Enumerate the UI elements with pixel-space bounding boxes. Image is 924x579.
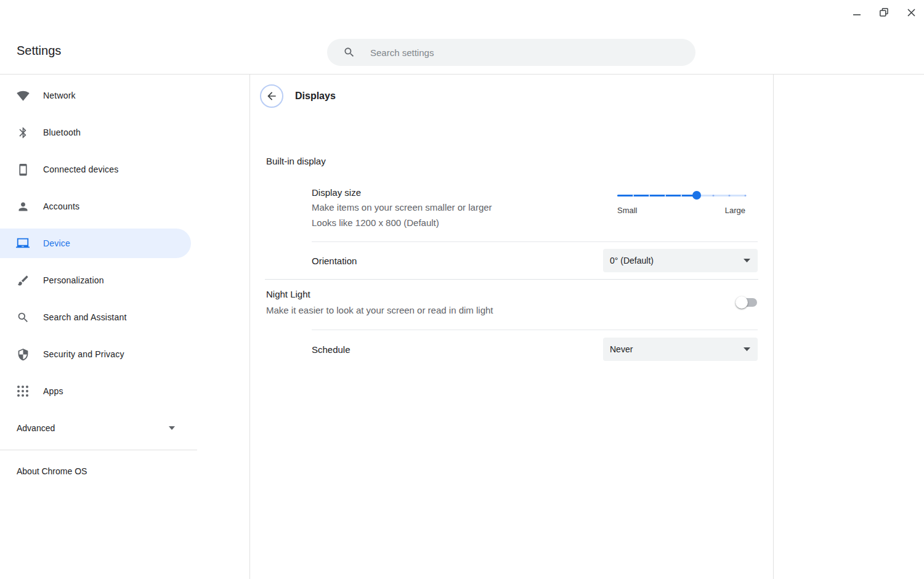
slider-min-label: Small <box>617 206 638 215</box>
sidebar-item-label: Security and Privacy <box>43 349 124 359</box>
schedule-value: Never <box>610 344 633 354</box>
orientation-row: Orientation 0° (Default) <box>250 242 773 279</box>
sidebar-item-label: Network <box>43 91 76 100</box>
close-button[interactable] <box>904 5 918 20</box>
settings-window: Settings Network Bluetooth Connected dev… <box>0 0 924 579</box>
night-light-toggle[interactable] <box>736 296 758 309</box>
display-size-slider-block: Small Large <box>617 191 745 230</box>
sidebar-item-apps[interactable]: Apps <box>0 376 249 406</box>
display-size-title: Display size <box>312 186 492 200</box>
sidebar-advanced-toggle[interactable]: Advanced <box>0 413 197 443</box>
section-title: Built-in display <box>266 156 773 167</box>
display-size-description: Make items on your screen smaller or lar… <box>312 200 492 215</box>
close-icon <box>907 8 916 17</box>
orientation-select[interactable]: 0° (Default) <box>603 249 758 272</box>
sidebar-item-about-chrome-os[interactable]: About Chrome OS <box>0 456 249 486</box>
slider-fill <box>617 195 697 196</box>
sidebar-item-bluetooth[interactable]: Bluetooth <box>0 118 249 147</box>
search-input[interactable] <box>370 47 686 58</box>
sidebar-item-label: Search and Assistant <box>43 312 127 322</box>
search-icon <box>343 46 355 59</box>
about-label: About Chrome OS <box>17 466 87 476</box>
slider-tick <box>649 195 650 196</box>
minimize-icon <box>852 7 862 17</box>
shield-icon <box>15 347 31 362</box>
display-size-looks-like: Looks like 1200 x 800 (Default) <box>312 215 492 230</box>
slider-thumb[interactable] <box>692 191 701 200</box>
wifi-icon <box>15 88 31 103</box>
schedule-row: Schedule Never <box>250 330 773 368</box>
sidebar-item-accounts[interactable]: Accounts <box>0 192 249 221</box>
sidebar-item-network[interactable]: Network <box>0 81 249 110</box>
sidebar-item-label: Apps <box>43 386 63 396</box>
display-size-row: Display size Make items on your screen s… <box>250 186 773 230</box>
sidebar-item-label: Accounts <box>43 201 79 211</box>
slider-tick <box>633 195 634 196</box>
orientation-label: Orientation <box>312 256 357 266</box>
window-controls <box>850 5 918 20</box>
night-light-row: Night Light Make it easier to look at yo… <box>250 280 773 330</box>
page-title: Displays <box>295 91 336 102</box>
restore-icon <box>879 7 889 17</box>
sidebar-item-device[interactable]: Device <box>0 229 191 258</box>
sidebar-item-personalization[interactable]: Personalization <box>0 265 249 295</box>
slider-tick <box>681 195 682 196</box>
schedule-select[interactable]: Never <box>603 338 758 361</box>
slider-max-label: Large <box>725 206 745 215</box>
page-header: Displays <box>250 75 773 118</box>
back-button[interactable] <box>260 84 283 108</box>
display-size-text: Display size Make items on your screen s… <box>312 186 492 230</box>
sidebar-item-connected-devices[interactable]: Connected devices <box>0 155 249 184</box>
apps-grid-icon <box>15 384 31 399</box>
app-title: Settings <box>17 44 61 58</box>
displays-page: Displays Built-in display Display size M… <box>249 75 774 579</box>
sidebar-divider <box>0 450 197 450</box>
laptop-icon <box>15 236 31 251</box>
slider-tick <box>665 195 666 196</box>
smartphone-icon <box>15 162 31 177</box>
toggle-knob <box>736 296 748 309</box>
search-bar[interactable] <box>327 39 695 66</box>
sidebar-item-search-and-assistant[interactable]: Search and Assistant <box>0 302 249 332</box>
slider-tick <box>713 195 715 196</box>
orientation-value: 0° (Default) <box>610 256 654 265</box>
slider-tick <box>745 195 747 196</box>
sidebar: Network Bluetooth Connected devices Acco… <box>0 75 249 579</box>
person-icon <box>15 199 31 214</box>
sidebar-item-security-and-privacy[interactable]: Security and Privacy <box>0 339 249 369</box>
paintbrush-icon <box>15 273 31 288</box>
night-light-title: Night Light <box>266 288 493 301</box>
minimize-button[interactable] <box>850 5 864 20</box>
magnifier-icon <box>15 310 31 325</box>
night-light-text: Night Light Make it easier to look at yo… <box>266 288 493 317</box>
sidebar-item-label: Connected devices <box>43 164 118 174</box>
night-light-description: Make it easier to look at your screen or… <box>266 304 493 317</box>
chevron-down-icon <box>169 426 175 430</box>
sidebar-item-label: Personalization <box>43 275 104 285</box>
display-size-slider[interactable] <box>617 191 745 200</box>
chevron-down-icon <box>744 347 750 351</box>
schedule-label: Schedule <box>312 344 351 355</box>
sidebar-item-label: Bluetooth <box>43 128 81 137</box>
back-arrow-icon <box>265 90 278 102</box>
bluetooth-icon <box>15 125 31 140</box>
sidebar-item-label: Device <box>43 238 70 248</box>
restore-button[interactable] <box>877 5 891 20</box>
advanced-label: Advanced <box>17 423 55 433</box>
chevron-down-icon <box>744 259 750 262</box>
slider-tick <box>729 195 731 196</box>
slider-labels: Small Large <box>617 206 745 215</box>
